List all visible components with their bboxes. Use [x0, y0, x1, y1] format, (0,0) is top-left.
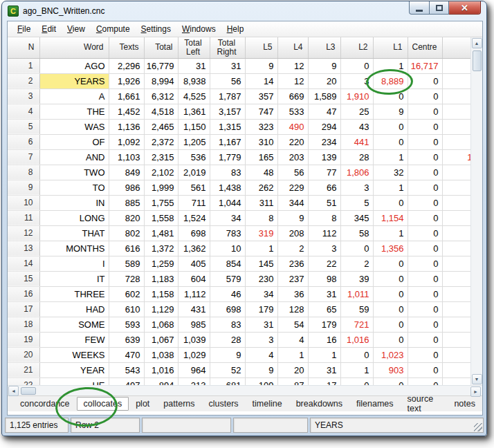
cell-total_right[interactable]: 52 — [210, 362, 245, 377]
cell-l4[interactable]: 344 — [277, 195, 308, 210]
cell-total_right[interactable]: 1,779 — [210, 149, 245, 165]
cell-word[interactable]: THREE — [39, 286, 109, 301]
cell-total[interactable]: 1,067 — [144, 332, 178, 347]
cell-total_right[interactable]: 1,315 — [210, 119, 245, 134]
cell-l4[interactable]: 490 — [277, 119, 308, 134]
cell-centre[interactable]: 0 — [408, 73, 442, 88]
cell-l1[interactable]: 0 — [373, 256, 408, 271]
cell-l1[interactable]: 0 — [373, 271, 408, 286]
table-row[interactable]: 4THE1,4524,5181,3613,15774753347259070 — [8, 104, 482, 119]
cell-texts[interactable]: 589 — [109, 256, 144, 271]
cell-l2[interactable]: 5 — [340, 195, 373, 210]
resize-grip[interactable] — [474, 423, 482, 431]
cell-total[interactable]: 2,465 — [144, 119, 178, 134]
cell-total_right[interactable]: 46 — [210, 286, 245, 301]
cell-centre[interactable]: 16,717 — [408, 58, 442, 73]
cell-total[interactable]: 1,999 — [144, 180, 178, 195]
cell-total[interactable]: 6,312 — [144, 88, 178, 104]
cell-total_right[interactable]: 83 — [210, 317, 245, 332]
cell-l2[interactable]: 3 — [340, 73, 373, 88]
horizontal-scrollbar[interactable]: ◄ ► — [8, 385, 482, 395]
table-row[interactable]: 12THAT8021,481698783319208112581025 — [8, 225, 482, 241]
cell-total_right[interactable]: 10 — [210, 241, 245, 256]
cell-l1[interactable]: 0 — [373, 377, 408, 385]
cell-word[interactable]: HE — [39, 377, 109, 385]
cell-l5[interactable]: 109 — [245, 377, 277, 385]
cell-l4[interactable]: 20 — [277, 362, 308, 377]
cell-word[interactable]: LONG — [39, 210, 109, 225]
cell-total_right[interactable]: 34 — [210, 210, 245, 225]
vertical-scrollbar[interactable]: ▲ ▼ — [470, 37, 482, 385]
table-row[interactable]: 9TO9861,9995611,4382622296631030 — [8, 180, 482, 195]
cell-centre[interactable]: 0 — [408, 149, 442, 165]
cell-n[interactable]: 4 — [8, 104, 39, 119]
cell-n[interactable]: 6 — [8, 134, 39, 149]
cell-total_left[interactable]: 1,039 — [178, 332, 210, 347]
menu-edit[interactable]: Edit — [36, 22, 62, 36]
cell-total_left[interactable]: 4,525 — [178, 88, 210, 104]
table-row[interactable]: 22HE49789421368110987170003 — [8, 377, 482, 385]
cell-total_left[interactable]: 536 — [178, 149, 210, 165]
cell-l4[interactable]: 54 — [277, 317, 308, 332]
cell-l5[interactable]: 230 — [245, 271, 277, 286]
cell-centre[interactable]: 0 — [408, 301, 442, 317]
cell-n[interactable]: 19 — [8, 332, 39, 347]
cell-l4[interactable]: 203 — [277, 149, 308, 165]
cell-centre[interactable]: 0 — [408, 377, 442, 385]
cell-total_right[interactable]: 783 — [210, 225, 245, 241]
cell-texts[interactable]: 602 — [109, 286, 144, 301]
cell-centre[interactable]: 0 — [408, 317, 442, 332]
cell-total_right[interactable]: 3,157 — [210, 104, 245, 119]
cell-n[interactable]: 14 — [8, 256, 39, 271]
column-header-total[interactable]: Total — [144, 37, 178, 58]
cell-l3[interactable]: 1,589 — [308, 88, 340, 104]
cell-total_right[interactable]: 9 — [210, 347, 245, 362]
cell-l2[interactable]: 0 — [340, 58, 373, 73]
cell-l4[interactable]: 533 — [277, 104, 308, 119]
cell-total_left[interactable]: 2,019 — [178, 165, 210, 180]
cell-total[interactable]: 894 — [144, 377, 178, 385]
cell-l3[interactable]: 3 — [308, 241, 340, 256]
table-row[interactable]: 11LONG8201,5581,524348983451,1540 — [8, 210, 482, 225]
cell-centre[interactable]: 0 — [408, 347, 442, 362]
cell-total_left[interactable]: 1,205 — [178, 134, 210, 149]
cell-n[interactable]: 18 — [8, 317, 39, 332]
tab-timeline[interactable]: timeline — [246, 397, 289, 411]
cell-word[interactable]: SOME — [39, 317, 109, 332]
table-row[interactable]: 20WEEKS4701,0381,029941101,0230 — [8, 347, 482, 362]
column-header-l1[interactable]: L1 — [373, 37, 408, 58]
cell-centre[interactable]: 0 — [408, 210, 442, 225]
cell-word[interactable]: THAT — [39, 225, 109, 241]
cell-texts[interactable]: 986 — [109, 180, 144, 195]
cell-total_left[interactable]: 1,362 — [178, 241, 210, 256]
cell-l5[interactable]: 323 — [245, 119, 277, 134]
cell-l2[interactable]: 3 — [340, 180, 373, 195]
cell-total_left[interactable]: 985 — [178, 317, 210, 332]
column-header-l3[interactable]: L3 — [308, 37, 340, 58]
cell-centre[interactable]: 0 — [408, 119, 442, 134]
cell-n[interactable]: 20 — [8, 347, 39, 362]
column-header-n[interactable]: N — [8, 37, 39, 58]
cell-texts[interactable]: 885 — [109, 195, 144, 210]
cell-texts[interactable]: 802 — [109, 225, 144, 241]
cell-l3[interactable]: 31 — [308, 362, 340, 377]
cell-total_right[interactable]: 681 — [210, 377, 245, 385]
cell-l5[interactable]: 8 — [245, 210, 277, 225]
menu-settings[interactable]: Settings — [136, 22, 176, 36]
cell-texts[interactable]: 1,926 — [109, 73, 144, 88]
cell-texts[interactable]: 1,092 — [109, 134, 144, 149]
menu-windows[interactable]: Windows — [176, 22, 221, 36]
cell-total_right[interactable]: 83 — [210, 165, 245, 180]
cell-total[interactable]: 2,102 — [144, 165, 178, 180]
horizontal-scroll-thumb[interactable] — [21, 387, 36, 395]
cell-total[interactable]: 4,518 — [144, 104, 178, 119]
column-header-texts[interactable]: Texts — [109, 37, 144, 58]
cell-l4[interactable]: 12 — [277, 58, 308, 73]
cell-n[interactable]: 21 — [8, 362, 39, 377]
cell-total_left[interactable]: 431 — [178, 301, 210, 317]
cell-l1[interactable]: 1,356 — [373, 241, 408, 256]
cell-l2[interactable]: 1,011 — [340, 286, 373, 301]
cell-l4[interactable]: 2 — [277, 241, 308, 256]
cell-total_right[interactable]: 579 — [210, 271, 245, 286]
maximize-button[interactable] — [430, 1, 449, 15]
